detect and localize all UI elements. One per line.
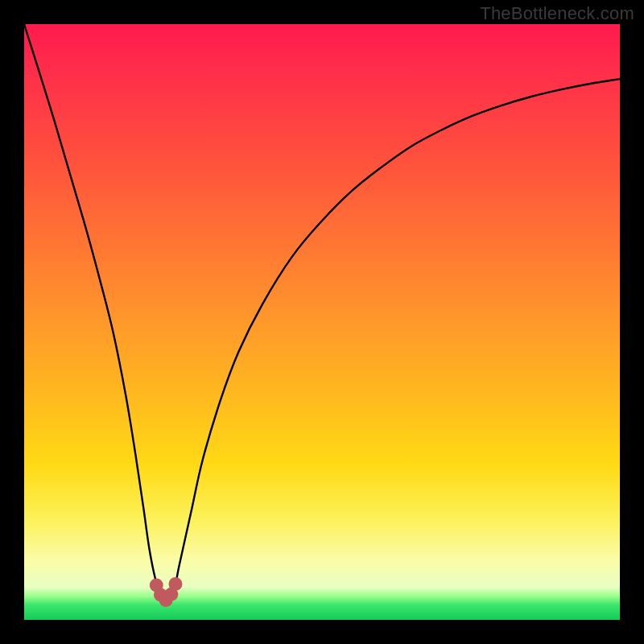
watermark-text: TheBottleneck.com xyxy=(480,3,634,24)
bottleneck-curve xyxy=(24,24,620,601)
chart-svg xyxy=(24,24,620,620)
chart-plot-area xyxy=(24,24,620,620)
minimum-marker xyxy=(168,577,182,591)
chart-frame: TheBottleneck.com xyxy=(0,0,644,644)
minimum-markers xyxy=(150,577,183,607)
